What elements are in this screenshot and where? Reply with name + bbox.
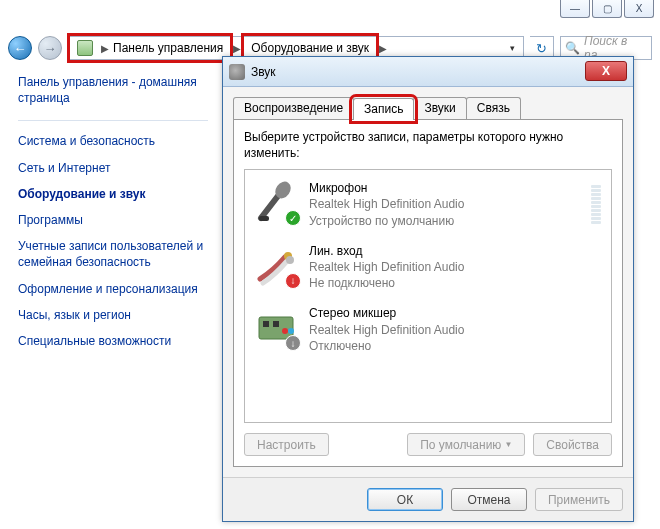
- sidebar-item-hardware-sound[interactable]: Оборудование и звук: [18, 186, 208, 202]
- arrow-left-icon: ←: [14, 41, 27, 56]
- tab-communications[interactable]: Связь: [466, 97, 521, 119]
- nav-back-button[interactable]: ←: [8, 36, 32, 60]
- sound-dialog: Звук X Воспроизведение Запись Звуки Связ…: [222, 56, 634, 522]
- tab-sounds[interactable]: Звуки: [413, 97, 466, 119]
- window-maximize-button[interactable]: ▢: [592, 0, 622, 18]
- device-status: Не подключено: [309, 275, 601, 291]
- ok-button[interactable]: ОК: [367, 488, 443, 511]
- device-driver: Realtek High Definition Audio: [309, 196, 581, 212]
- apply-button[interactable]: Применить: [535, 488, 623, 511]
- breadcrumb-control-panel[interactable]: ▶ Панель управления: [71, 37, 229, 59]
- dialog-footer: ОК Отмена Применить: [223, 477, 633, 521]
- device-list[interactable]: ✓ Микрофон Realtek High Definition Audio…: [244, 169, 612, 423]
- chevron-right-icon: ▶: [97, 43, 113, 54]
- properties-button[interactable]: Свойства: [533, 433, 612, 456]
- refresh-icon: ↻: [536, 41, 547, 56]
- svg-rect-6: [273, 321, 279, 327]
- tab-playback[interactable]: Воспроизведение: [233, 97, 354, 119]
- level-meter: [591, 180, 601, 224]
- nav-forward-button[interactable]: →: [38, 36, 62, 60]
- tab-pane-recording: Выберите устройство записи, параметры ко…: [233, 119, 623, 467]
- sidebar-item-user-accounts[interactable]: Учетные записи пользователей и семейная …: [18, 238, 208, 270]
- divider: [18, 120, 208, 121]
- speaker-icon: [229, 64, 245, 80]
- device-name: Микрофон: [309, 180, 581, 196]
- device-status: Устройство по умолчанию: [309, 213, 581, 229]
- svg-rect-1: [259, 216, 269, 221]
- window-close-button[interactable]: X: [624, 0, 654, 18]
- breadcrumb-label: Панель управления: [113, 41, 223, 55]
- cancel-button[interactable]: Отмена: [451, 488, 527, 511]
- sidebar-item-network-internet[interactable]: Сеть и Интернет: [18, 160, 208, 176]
- instruction-text: Выберите устройство записи, параметры ко…: [244, 130, 612, 161]
- sound-card-icon: ↓: [255, 305, 299, 349]
- device-row-microphone[interactable]: ✓ Микрофон Realtek High Definition Audio…: [249, 176, 607, 239]
- svg-rect-5: [263, 321, 269, 327]
- close-icon: X: [602, 64, 610, 78]
- svg-point-3: [286, 256, 294, 264]
- chevron-down-icon: ▼: [504, 440, 512, 449]
- device-name: Лин. вход: [309, 243, 601, 259]
- window-minimize-button[interactable]: —: [560, 0, 590, 18]
- dialog-close-button[interactable]: X: [585, 61, 627, 81]
- address-dropdown-button[interactable]: ▾: [504, 43, 521, 53]
- sidebar-item-programs[interactable]: Программы: [18, 212, 208, 228]
- line-in-icon: ↓: [255, 243, 299, 287]
- sidebar: Панель управления - домашняя страница Си…: [18, 74, 208, 359]
- svg-point-8: [288, 328, 294, 334]
- chevron-right-icon[interactable]: ▶: [229, 43, 245, 54]
- arrow-right-icon: →: [44, 41, 57, 56]
- microphone-icon: ✓: [255, 180, 299, 224]
- device-row-stereo-mix[interactable]: ↓ Стерео микшер Realtek High Definition …: [249, 301, 607, 364]
- tab-bar: Воспроизведение Запись Звуки Связь: [233, 95, 623, 119]
- device-row-line-in[interactable]: ↓ Лин. вход Realtek High Definition Audi…: [249, 239, 607, 302]
- sidebar-item-clock-language[interactable]: Часы, язык и регион: [18, 307, 208, 323]
- chevron-right-icon[interactable]: ▶: [375, 43, 391, 54]
- sidebar-item-ease-of-access[interactable]: Специальные возможности: [18, 333, 208, 349]
- control-panel-icon: [77, 40, 93, 56]
- tab-recording[interactable]: Запись: [353, 98, 414, 120]
- device-status: Отключено: [309, 338, 601, 354]
- arrow-down-icon: ↓: [285, 273, 301, 289]
- svg-point-7: [282, 328, 288, 334]
- dialog-titlebar[interactable]: Звук X: [223, 57, 633, 87]
- configure-button[interactable]: Настроить: [244, 433, 329, 456]
- breadcrumb-label: Оборудование и звук: [251, 41, 369, 55]
- search-icon: 🔍: [565, 41, 580, 55]
- device-driver: Realtek High Definition Audio: [309, 259, 601, 275]
- device-name: Стерео микшер: [309, 305, 601, 321]
- device-driver: Realtek High Definition Audio: [309, 322, 601, 338]
- dialog-title: Звук: [251, 65, 276, 79]
- set-default-button[interactable]: По умолчанию▼: [407, 433, 525, 456]
- sidebar-home-link[interactable]: Панель управления - домашняя страница: [18, 74, 208, 106]
- sidebar-item-appearance[interactable]: Оформление и персонализация: [18, 281, 208, 297]
- sidebar-item-system-security[interactable]: Система и безопасность: [18, 133, 208, 149]
